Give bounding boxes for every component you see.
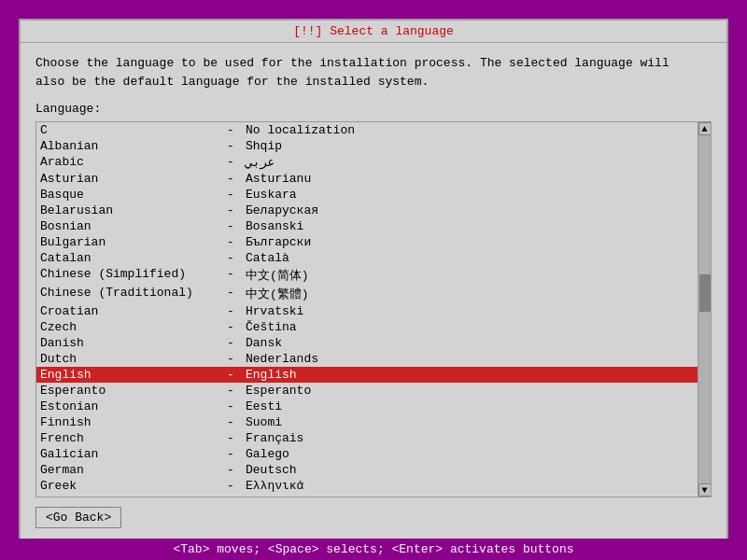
- lang-name: Deutsch: [246, 463, 694, 477]
- lang-name: 中文(简体): [246, 267, 694, 284]
- lang-code: Bulgarian: [40, 235, 227, 249]
- lang-name: Français: [246, 431, 694, 445]
- scroll-track: [698, 135, 711, 483]
- lang-dash: -: [227, 123, 246, 137]
- lang-name: Dansk: [246, 336, 694, 350]
- list-item[interactable]: Belarusian - Беларуская: [36, 203, 698, 218]
- lang-code: Catalan: [40, 251, 227, 265]
- lang-code: Dutch: [40, 352, 227, 366]
- lang-code: Bosnian: [40, 219, 227, 233]
- lang-name: Hrvatski: [246, 304, 694, 318]
- scroll-thumb: [699, 274, 711, 312]
- description-line2: also be the default language for the ins…: [35, 73, 712, 91]
- lang-code: Chinese (Simplified): [40, 267, 227, 284]
- list-item[interactable]: Asturian - Asturianu: [36, 171, 698, 187]
- list-item[interactable]: Dutch - Nederlands: [36, 351, 698, 367]
- lang-name: 中文(繁體): [246, 286, 694, 302]
- list-item[interactable]: Finnish - Suomi: [36, 414, 698, 430]
- lang-dash: -: [227, 203, 246, 217]
- list-item[interactable]: French - Français: [36, 430, 698, 446]
- lang-name: English: [246, 368, 694, 382]
- lang-dash: -: [227, 431, 246, 445]
- language-dialog: [!!] Select a language Choose the langua…: [19, 19, 728, 541]
- list-item[interactable]: Basque - Euskara: [36, 187, 698, 203]
- list-item[interactable]: Arabic - عربي: [36, 154, 698, 171]
- lang-name: Galego: [246, 447, 694, 461]
- list-item[interactable]: Bulgarian - Български: [36, 234, 698, 250]
- lang-name: Nederlands: [246, 352, 694, 366]
- lang-dash: -: [227, 304, 246, 318]
- scroll-up-arrow[interactable]: ▲: [698, 122, 712, 135]
- lang-code: Galician: [40, 447, 227, 461]
- lang-name: Euskara: [246, 188, 694, 202]
- list-item[interactable]: Catalan - Català: [36, 250, 698, 266]
- lang-code: Greek: [40, 479, 227, 493]
- lang-dash: -: [227, 172, 246, 186]
- lang-code: Asturian: [40, 172, 227, 186]
- lang-code: C: [40, 123, 227, 137]
- lang-code: Albanian: [40, 139, 227, 153]
- list-item[interactable]: English - English: [36, 367, 698, 383]
- list-item[interactable]: Chinese (Traditional) - 中文(繁體): [36, 285, 698, 303]
- scrollbar[interactable]: ▲ ▼: [698, 122, 711, 497]
- lang-dash: -: [227, 384, 246, 398]
- button-row: <Go Back>: [35, 497, 712, 532]
- list-item[interactable]: Galician - Galego: [36, 446, 698, 462]
- language-list[interactable]: C - No localizationAlbanian - ShqipArabi…: [36, 122, 698, 497]
- lang-dash: -: [227, 399, 246, 413]
- list-item[interactable]: C - No localization: [36, 122, 698, 138]
- list-item[interactable]: Czech - Čeština: [36, 319, 698, 335]
- lang-dash: -: [227, 320, 246, 334]
- lang-name: No localization: [246, 123, 694, 137]
- lang-dash: -: [227, 188, 246, 202]
- lang-name: Čeština: [246, 320, 694, 334]
- list-item[interactable]: Danish - Dansk: [36, 335, 698, 351]
- lang-dash: -: [227, 235, 246, 249]
- lang-name: Eesti: [246, 399, 694, 413]
- lang-name: Esperanto: [246, 384, 694, 398]
- lang-dash: -: [227, 251, 246, 265]
- list-item[interactable]: Bosnian - Bosanski: [36, 218, 698, 234]
- lang-code: Basque: [40, 188, 227, 202]
- lang-dash: -: [227, 155, 246, 170]
- dialog-title: [!!] Select a language: [293, 24, 454, 38]
- title-bar: [!!] Select a language: [21, 21, 726, 43]
- description: Choose the language to be used for the i…: [35, 54, 712, 91]
- dialog-content: Choose the language to be used for the i…: [21, 43, 726, 539]
- list-item[interactable]: German - Deutsch: [36, 462, 698, 478]
- scroll-down-arrow[interactable]: ▼: [698, 483, 712, 497]
- lang-name: Català: [246, 251, 694, 265]
- lang-code: English: [40, 368, 227, 382]
- lang-dash: -: [227, 415, 246, 429]
- lang-name: Asturianu: [246, 172, 694, 186]
- lang-code: Estonian: [40, 399, 227, 413]
- lang-code: Belarusian: [40, 203, 227, 217]
- list-item[interactable]: Greek - Ελληνικά: [36, 478, 698, 494]
- language-label: Language:: [35, 102, 712, 116]
- description-line1: Choose the language to be used for the i…: [35, 54, 712, 73]
- lang-dash: -: [227, 336, 246, 350]
- lang-code: Danish: [40, 336, 227, 350]
- list-item[interactable]: Croatian - Hrvatski: [36, 303, 698, 319]
- lang-name: Bosanski: [246, 219, 694, 233]
- lang-code: Chinese (Traditional): [40, 286, 227, 302]
- lang-name: Shqip: [246, 139, 694, 153]
- list-item[interactable]: Estonian - Eesti: [36, 399, 698, 414]
- lang-name: Български: [246, 235, 694, 249]
- lang-dash: -: [227, 352, 246, 366]
- lang-dash: -: [227, 479, 246, 493]
- lang-code: German: [40, 463, 227, 477]
- statusbar: <Tab> moves; <Space> selects; <Enter> ac…: [0, 539, 747, 560]
- lang-dash: -: [227, 463, 246, 477]
- lang-dash: -: [227, 219, 246, 233]
- lang-name: عربي: [246, 155, 694, 170]
- list-item[interactable]: Esperanto - Esperanto: [36, 383, 698, 399]
- language-list-container: C - No localizationAlbanian - ShqipArabi…: [35, 121, 712, 497]
- lang-name: Suomi: [246, 415, 694, 429]
- list-item[interactable]: Chinese (Simplified) - 中文(简体): [36, 266, 698, 285]
- lang-dash: -: [227, 139, 246, 153]
- lang-dash: -: [227, 368, 246, 382]
- list-item[interactable]: Albanian - Shqip: [36, 138, 698, 154]
- go-back-button[interactable]: <Go Back>: [35, 507, 121, 528]
- lang-code: Finnish: [40, 415, 227, 429]
